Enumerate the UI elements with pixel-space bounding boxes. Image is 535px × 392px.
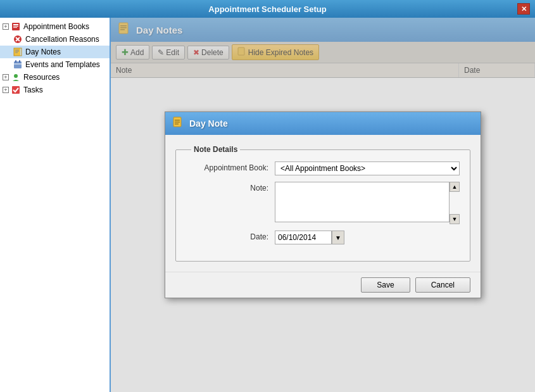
modal-header-title: Day Note: [189, 118, 228, 129]
date-row: Date: ▼: [186, 231, 460, 244]
sidebar-label-day-notes: Day Notes: [25, 47, 61, 56]
expand-icon-books[interactable]: +: [3, 23, 9, 30]
sidebar-label-events-templates: Events and Templates: [25, 60, 100, 69]
note-details-fieldset: Note Details Appointment Book: <All Appo…: [175, 145, 470, 262]
svg-rect-7: [14, 48, 20, 56]
svg-rect-12: [14, 61, 22, 68]
sidebar-label-appointment-books: Appointment Books: [23, 22, 89, 31]
sidebar-item-appointment-books[interactable]: + Appointment Books: [0, 20, 110, 33]
sidebar-label-resources: Resources: [23, 73, 60, 82]
resources-icon: [11, 72, 21, 82]
title-bar: Appointment Scheduler Setup ✕: [0, 0, 535, 18]
appointment-book-row: Appointment Book: <All Appointment Books…: [186, 161, 460, 175]
date-label: Date:: [186, 231, 275, 241]
cancellation-icon: [13, 34, 23, 44]
svg-rect-2: [13, 26, 18, 27]
scrollbar-up-button[interactable]: ▲: [450, 182, 460, 192]
fieldset-legend: Note Details: [191, 145, 240, 154]
events-icon: [13, 60, 23, 70]
svg-rect-14: [19, 60, 20, 63]
svg-rect-17: [12, 86, 20, 94]
svg-rect-26: [175, 123, 179, 125]
appointment-book-control: <All Appointment Books>: [275, 161, 460, 175]
date-input[interactable]: [275, 231, 332, 244]
sidebar-label-cancellation-reasons: Cancellation Reasons: [25, 35, 99, 44]
note-label: Note:: [186, 182, 275, 193]
modal-dialog: Day Note Note Details Appointment Book: …: [165, 111, 481, 298]
sidebar-item-events-templates[interactable]: Events and Templates: [0, 58, 110, 71]
note-row: Note: ▲ ▼: [186, 182, 460, 224]
note-textarea[interactable]: [275, 182, 450, 222]
title-bar-text: Appointment Scheduler Setup: [18, 4, 517, 14]
note-control: ▲ ▼: [275, 182, 460, 224]
sidebar-label-tasks: Tasks: [23, 85, 43, 94]
day-notes-icon: [13, 47, 23, 57]
svg-point-16: [14, 74, 18, 78]
modal-header: Day Note: [165, 112, 481, 135]
sidebar-item-resources[interactable]: + Resources: [0, 71, 110, 84]
svg-rect-24: [175, 120, 180, 121]
sidebar-item-day-notes[interactable]: Day Notes: [0, 46, 110, 58]
sidebar-item-tasks[interactable]: + Tasks: [0, 84, 110, 96]
svg-rect-3: [13, 27, 17, 28]
close-button[interactable]: ✕: [517, 3, 530, 15]
sidebar-item-cancellation-reasons[interactable]: Cancellation Reasons: [0, 33, 110, 46]
svg-rect-13: [15, 60, 16, 63]
modal-header-icon: [173, 117, 184, 130]
textarea-wrapper: ▲ ▼: [275, 182, 460, 224]
appointment-book-label: Appointment Book:: [186, 161, 275, 172]
svg-rect-25: [175, 122, 180, 123]
date-control: ▼: [275, 231, 460, 244]
save-button[interactable]: Save: [361, 277, 410, 293]
cancel-button[interactable]: Cancel: [415, 277, 470, 293]
sidebar: + Appointment Books Cancellation Reasons…: [0, 18, 111, 392]
modal-body: Note Details Appointment Book: <All Appo…: [165, 135, 481, 272]
appointment-book-select[interactable]: <All Appointment Books>: [275, 161, 460, 175]
books-icon: [11, 22, 21, 32]
expand-icon-tasks[interactable]: +: [3, 87, 9, 93]
scrollbar-down-button[interactable]: ▼: [450, 214, 460, 224]
modal-overlay: Day Note Note Details Appointment Book: …: [111, 18, 535, 392]
modal-footer: Save Cancel: [165, 272, 481, 298]
svg-rect-1: [13, 24, 18, 25]
expand-icon-resources[interactable]: +: [3, 74, 9, 80]
date-dropdown-button[interactable]: ▼: [332, 231, 344, 244]
tasks-icon: [11, 85, 21, 95]
